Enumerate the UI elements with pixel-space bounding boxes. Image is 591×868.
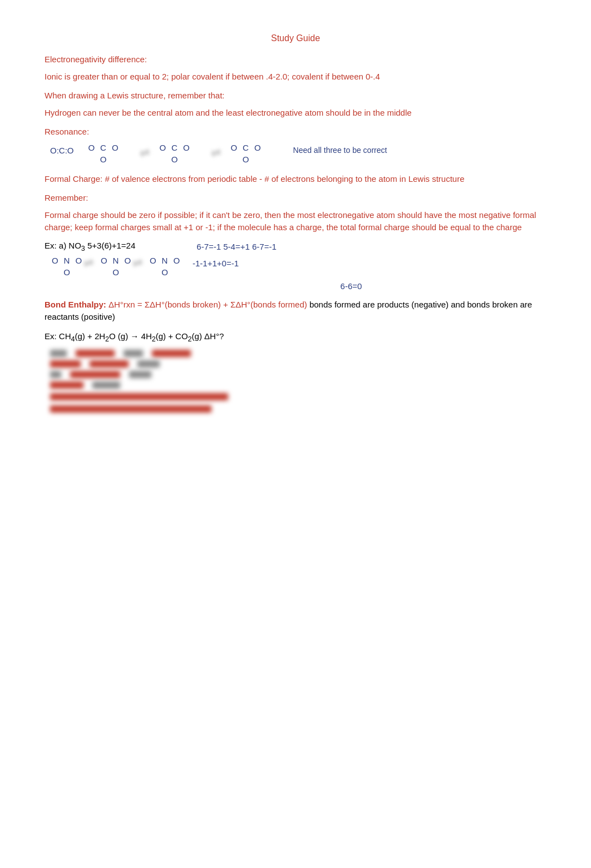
- ono1-o-bottom: O: [63, 267, 70, 277]
- mol3-o-bottom: O: [243, 155, 249, 164]
- mol3-o2: O: [254, 143, 261, 152]
- ono2-o-bottom: O: [112, 267, 119, 277]
- resonance-arrow-2: ⇌: [211, 146, 221, 160]
- lewis-label: When drawing a Lewis structure, remember…: [45, 90, 546, 102]
- bond-enthalpy-label: Bond Enthalpy: ΔH°rxn = ΣΔH°(bonds broke…: [45, 300, 307, 309]
- occo-label-group: O:C:O: [50, 143, 78, 155]
- ono3-o2: O: [173, 256, 180, 265]
- resonance-label: Resonance:: [45, 126, 546, 138]
- mol1-o1: O: [88, 143, 95, 152]
- ono-arrow-2: ⇌: [132, 256, 142, 270]
- electronegativity-desc: Ionic is greater than or equal to 2; pol…: [45, 71, 546, 83]
- ono-arrow-1: ⇌: [83, 256, 93, 270]
- mol1-o2: O: [112, 143, 119, 152]
- mol3-c: C: [243, 143, 249, 152]
- resonance-container: O:C:O O C O O ⇌ O C O O ⇌ O C O: [50, 143, 546, 164]
- blur-row-2: [50, 360, 546, 368]
- sum-line: 6-6=0: [156, 281, 546, 291]
- ono1-o2: O: [75, 256, 82, 265]
- mol1-c: C: [100, 143, 106, 152]
- example-ch4: Ex: CH4(g) + 2H2O (g) → 4H2(g) + CO2(g) …: [45, 330, 546, 345]
- ono-molecule-1: O N O O: [50, 256, 83, 277]
- blur-row-5: [50, 393, 546, 402]
- remember-label: Remember:: [45, 192, 546, 205]
- blur-row-3: [50, 371, 546, 378]
- blur-row-6: [50, 405, 546, 414]
- electronegativity-label: Electronegativity difference:: [45, 53, 546, 66]
- resonance-note: Need all three to be correct: [293, 146, 387, 155]
- remember-desc: Formal charge should be zero if possible…: [45, 209, 546, 234]
- ono-molecule-3: O N O O: [148, 256, 181, 277]
- page-title: Study Guide: [45, 33, 546, 43]
- formal-charge-desc: # of valence electrons from periodic tab…: [105, 174, 464, 183]
- mol1-o-bottom: O: [100, 155, 107, 164]
- mol2-o1: O: [159, 143, 166, 152]
- ono2-o1: O: [101, 256, 107, 265]
- ono1-n: N: [64, 256, 70, 265]
- resonance-molecule-3: O C O O: [226, 143, 265, 164]
- ono2-o2: O: [124, 256, 131, 265]
- mol2-o-bottom: O: [171, 155, 178, 164]
- resonance-arrow-1: ⇌: [140, 146, 150, 160]
- example-no-label: Ex: a) NO3 5+3(6)+1=24: [45, 241, 135, 252]
- ono1-o1: O: [52, 256, 58, 265]
- mol2-c: C: [171, 143, 178, 152]
- bond-enthalpy-section: Bond Enthalpy: ΔH°rxn = ΣΔH°(bonds broke…: [45, 299, 546, 324]
- ono3-o1: O: [150, 256, 156, 265]
- charges-label: 6-7=-1 5-4=+1 6-7=-1: [196, 242, 276, 251]
- charge-sum: -1-1+1+0=-1: [193, 259, 239, 268]
- formal-charge-section: Formal Charge: # of valence electrons fr…: [45, 173, 546, 186]
- ono2-n: N: [113, 256, 119, 265]
- example-no-section: Ex: a) NO3 5+3(6)+1=24 6-7=-1 5-4=+1 6-7…: [45, 241, 546, 291]
- ono3-o-bottom: O: [161, 267, 168, 277]
- blurred-calculation-block: [50, 350, 546, 414]
- resonance-molecule-1: O C O O: [84, 143, 123, 164]
- formal-charge-label: Formal Charge:: [45, 174, 102, 183]
- lewis-desc: Hydrogen can never be the central atom a…: [45, 107, 546, 120]
- blur-row-4: [50, 381, 546, 389]
- mol2-o2: O: [183, 143, 190, 152]
- blur-row-1: [50, 350, 546, 357]
- ono-molecule-2: O N O O: [99, 256, 132, 277]
- mol3-o1: O: [230, 143, 237, 152]
- ono3-n: N: [162, 256, 168, 265]
- occo-label: O:C:O: [50, 146, 74, 155]
- resonance-molecule-2: O C O O: [155, 143, 194, 164]
